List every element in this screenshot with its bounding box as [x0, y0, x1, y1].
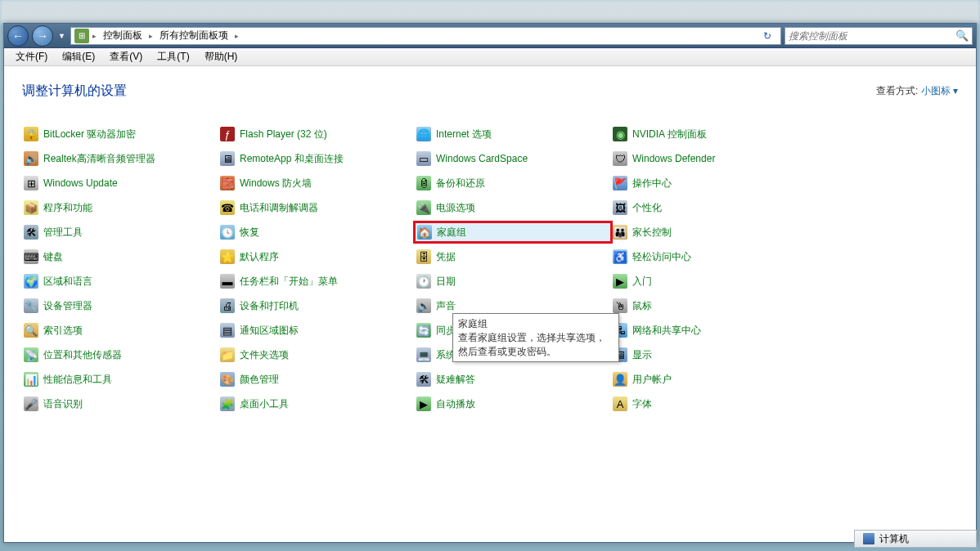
item-indexing[interactable]: 🔍索引选项 [22, 320, 218, 340]
family-icon: 👪 [613, 225, 627, 240]
item-nvidia[interactable]: ◉NVIDIA 控制面板 [611, 124, 807, 144]
item-remoteapp[interactable]: 🖥RemoteApp 和桌面连接 [218, 149, 415, 168]
menu-edit[interactable]: 编辑(E) [56, 48, 101, 65]
item-label: 凭据 [436, 250, 456, 264]
item-flash[interactable]: ƒFlash Player (32 位) [218, 124, 415, 144]
item-power[interactable]: 🔌电源选项 [415, 198, 611, 217]
item-mouse[interactable]: 🖱鼠标 [611, 296, 807, 316]
item-label: 默认程序 [240, 250, 279, 264]
item-label: 程序和功能 [43, 201, 92, 215]
sync-icon: 🔄 [416, 323, 431, 338]
speaker-icon: 🔊 [24, 151, 38, 166]
item-bitlocker[interactable]: 🔒BitLocker 驱动器加密 [22, 124, 218, 144]
forward-button[interactable]: → [32, 25, 53, 47]
item-admin-tools[interactable]: 🛠管理工具 [22, 222, 218, 242]
item-region-language[interactable]: 🌍区域和语言 [22, 271, 218, 291]
start-icon: ▶ [613, 274, 627, 289]
item-device-manager[interactable]: 🔧设备管理器 [22, 296, 218, 316]
view-by-value[interactable]: 小图标 ▾ [921, 85, 958, 96]
menu-file[interactable]: 文件(F) [9, 48, 54, 65]
menu-tools[interactable]: 工具(T) [151, 48, 196, 65]
item-cardspace[interactable]: ▭Windows CardSpace [415, 149, 611, 168]
refresh-icon[interactable]: ↻ [757, 27, 777, 45]
view-by-label: 查看方式: [876, 85, 918, 96]
card-icon: ▭ [416, 151, 431, 166]
content-area: 调整计算机的设置 查看方式: 小图标 ▾ 🔒BitLocker 驱动器加密 ƒF… [4, 68, 976, 542]
item-fonts[interactable]: A字体 [611, 394, 807, 414]
item-network-sharing[interactable]: 🖧网络和共享中心 [611, 320, 807, 340]
item-label: 字体 [632, 397, 652, 411]
item-speech[interactable]: 🎤语音识别 [22, 394, 218, 414]
programs-icon: 📦 [24, 200, 38, 215]
breadcrumb-sep: ▸ [92, 32, 97, 40]
item-color-management[interactable]: 🎨颜色管理 [218, 370, 415, 389]
item-autoplay[interactable]: ▶自动播放 [415, 394, 611, 414]
breadcrumb-sep: ▸ [235, 32, 239, 40]
item-user-accounts[interactable]: 👤用户帐户 [611, 370, 807, 389]
firewall-icon: 🧱 [220, 176, 235, 190]
search-box[interactable]: 🔍 [784, 27, 973, 45]
item-troubleshooting[interactable]: 🛠疑难解答 [415, 370, 611, 389]
item-folder-options[interactable]: 📁文件夹选项 [218, 345, 415, 365]
power-icon: 🔌 [416, 200, 431, 215]
color-icon: 🎨 [220, 372, 235, 387]
item-defender[interactable]: 🛡Windows Defender [611, 149, 807, 168]
item-notification-icons[interactable]: ▤通知区域图标 [218, 320, 415, 340]
item-firewall[interactable]: 🧱Windows 防火墙 [218, 173, 415, 193]
item-parental[interactable]: 👪家长控制 [611, 222, 807, 242]
folder-icon: 📁 [220, 347, 235, 362]
flag-icon: 🚩 [613, 176, 627, 190]
back-button[interactable]: ← [7, 25, 29, 47]
item-label: Realtek高清晰音频管理器 [43, 152, 155, 166]
item-homegroup[interactable]: 🏠家庭组 [415, 222, 611, 242]
item-label: Internet 选项 [436, 128, 492, 141]
item-taskbar[interactable]: ▬任务栏和「开始」菜单 [218, 271, 415, 291]
breadcrumb-control-panel[interactable]: 控制面板 [100, 27, 146, 44]
item-gadgets[interactable]: 🧩桌面小工具 [218, 394, 415, 414]
item-update[interactable]: ⊞Windows Update [22, 173, 218, 193]
item-devices-printers[interactable]: 🖨设备和打印机 [218, 296, 415, 316]
item-realtek[interactable]: 🔊Realtek高清晰音频管理器 [22, 149, 218, 168]
item-performance[interactable]: 📊性能信息和工具 [22, 370, 218, 389]
search-input[interactable] [789, 30, 955, 42]
item-internet[interactable]: 🌐Internet 选项 [415, 124, 611, 144]
item-getting-started[interactable]: ▶入门 [611, 271, 807, 291]
item-label: Flash Player (32 位) [240, 128, 327, 141]
history-dropdown[interactable]: ▼ [56, 32, 67, 40]
item-default-programs[interactable]: ⭐默认程序 [218, 247, 415, 267]
item-label: 设备和打印机 [240, 299, 299, 313]
address-breadcrumb[interactable]: ⊞ ▸ 控制面板 ▸ 所有控制面板项 ▸ ↻ [70, 27, 781, 45]
homegroup-tooltip: 家庭组 查看家庭组设置，选择共享选项，然后查看或更改密码。 [452, 313, 619, 362]
item-action-center[interactable]: 🚩操作中心 [611, 173, 807, 193]
globe-icon: 🌍 [24, 274, 38, 289]
item-ease-access[interactable]: ♿轻松访问中心 [611, 247, 807, 267]
item-label: 任务栏和「开始」菜单 [240, 275, 338, 289]
item-label: Windows 防火墙 [240, 177, 312, 190]
item-label: 显示 [632, 348, 652, 362]
printer-icon: 🖨 [220, 298, 235, 313]
item-personalization[interactable]: 🖼个性化 [611, 198, 807, 217]
item-display[interactable]: 🖥显示 [611, 345, 807, 365]
item-location-sensors[interactable]: 📡位置和其他传感器 [22, 345, 218, 365]
item-label: 自动播放 [436, 397, 475, 411]
item-keyboard[interactable]: ⌨键盘 [22, 247, 218, 267]
item-recovery[interactable]: 🕓恢复 [218, 222, 415, 242]
item-programs[interactable]: 📦程序和功能 [22, 198, 218, 217]
item-credential[interactable]: 🗄凭据 [415, 247, 611, 267]
item-label: 家长控制 [632, 226, 672, 240]
item-label: 语音识别 [43, 397, 83, 411]
item-label: 恢复 [240, 226, 259, 240]
item-backup[interactable]: 🛢备份和还原 [415, 173, 611, 193]
menu-view[interactable]: 查看(V) [103, 48, 149, 65]
mouse-icon: 🖱 [613, 298, 627, 313]
breadcrumb-all-items[interactable]: 所有控制面板项 [156, 27, 232, 44]
item-label: 位置和其他传感器 [43, 348, 122, 362]
search-icon[interactable]: 🔍 [955, 29, 969, 42]
menu-help[interactable]: 帮助(H) [198, 48, 245, 65]
recovery-icon: 🕓 [220, 225, 235, 240]
user-icon: 👤 [613, 372, 627, 387]
item-label: 操作中心 [632, 177, 672, 190]
item-date-time[interactable]: 🕐日期 [415, 271, 611, 291]
control-panel-icon: ⊞ [74, 29, 89, 43]
item-phone-modem[interactable]: ☎电话和调制解调器 [218, 198, 415, 217]
